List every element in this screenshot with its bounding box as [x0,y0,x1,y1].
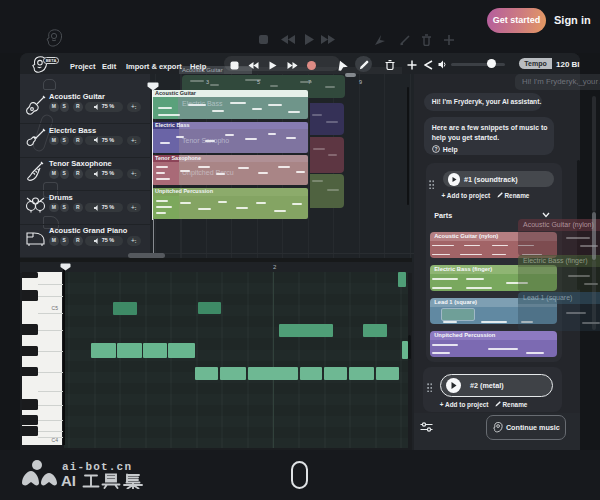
svg-text:?: ? [434,146,437,152]
